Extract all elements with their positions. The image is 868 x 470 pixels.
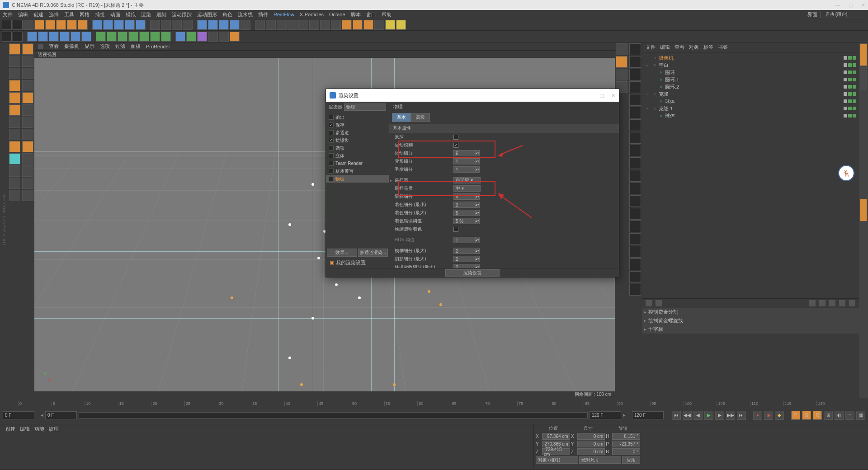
toolbar1-btn-17[interactable]: [172, 20, 182, 30]
toolbar1-btn-27[interactable]: [266, 20, 276, 30]
key-p-button[interactable]: P: [791, 411, 800, 420]
mat-slot-10[interactable]: [629, 170, 641, 182]
toolbar2-btn-18[interactable]: [175, 32, 185, 42]
toolbar1-btn-16[interactable]: [161, 20, 171, 30]
toolbar1-btn-38[interactable]: [385, 20, 395, 30]
nav-fwd-icon[interactable]: [819, 300, 826, 306]
left-tool-a-1[interactable]: [9, 56, 20, 67]
tab-layer[interactable]: [860, 67, 867, 89]
tab-basic[interactable]: 基本: [392, 113, 411, 122]
left-tool-a-10[interactable]: [9, 165, 20, 177]
lock-icon[interactable]: [656, 300, 662, 306]
mat-tab-创建[interactable]: 创建: [5, 426, 15, 432]
toolbar2-btn-7[interactable]: [71, 32, 80, 42]
key-param-button[interactable]: ⊞: [824, 411, 833, 420]
mat-slot-7[interactable]: [629, 132, 641, 144]
record-button[interactable]: ●: [753, 411, 762, 420]
side-btn-0[interactable]: [616, 43, 627, 55]
menu-脚本[interactable]: 脚本: [351, 11, 361, 18]
left-tool-b-8[interactable]: [22, 141, 33, 152]
toolbar2-btn-20[interactable]: [197, 32, 207, 42]
menu-角色[interactable]: 角色: [222, 11, 232, 18]
toolbar1-btn-30[interactable]: [298, 20, 308, 30]
toolbar2-btn-11[interactable]: [107, 32, 117, 42]
mat-slot-5[interactable]: [629, 107, 641, 118]
minimize-button[interactable]: —: [835, 2, 840, 8]
mat-slot-0[interactable]: [629, 43, 641, 55]
om-menu-文件[interactable]: 文件: [646, 44, 656, 51]
key-pla-button[interactable]: ◐: [835, 411, 844, 420]
coord-mode-2[interactable]: 绝对尺寸: [579, 456, 622, 464]
render-item-3[interactable]: 抗锯齿: [326, 136, 389, 144]
attr-section-2[interactable]: ▸十字标: [642, 325, 859, 334]
toolbar1-btn-28[interactable]: [277, 20, 287, 30]
toolbar1-btn-18[interactable]: [183, 20, 193, 30]
toolbar2-btn-3[interactable]: [27, 32, 37, 42]
render-item-5[interactable]: 立体: [326, 152, 389, 160]
render-item-2[interactable]: 多通道: [326, 129, 389, 136]
toolbar1-btn-7[interactable]: [78, 20, 88, 30]
om-menu-标签[interactable]: 标签: [703, 44, 713, 51]
menu-工具[interactable]: 工具: [64, 11, 74, 18]
toolbar1-btn-35[interactable]: [353, 20, 363, 30]
toolbar1-btn-13[interactable]: [136, 20, 146, 30]
dialog-minimize[interactable]: —: [587, 93, 592, 99]
toolbar2-btn-22[interactable]: [219, 32, 229, 42]
mat-slot-18[interactable]: [629, 271, 641, 283]
maximize-button[interactable]: ▢: [849, 2, 853, 8]
frame-start[interactable]: 0 F: [3, 411, 34, 419]
mat-slot-3[interactable]: [629, 81, 641, 93]
menu-模拟[interactable]: 模拟: [126, 11, 136, 18]
side-btn-1[interactable]: [616, 56, 627, 68]
render-item-1[interactable]: 保存: [326, 121, 389, 129]
left-tool-b-4[interactable]: [22, 92, 33, 103]
vp-menu-摄像机[interactable]: 摄像机: [64, 43, 79, 50]
tree-item-3[interactable]: ○圆环.1: [645, 76, 856, 83]
frame-current[interactable]: 0 F: [45, 411, 77, 419]
left-tool-b-3[interactable]: [22, 80, 33, 91]
toolbar2-btn-21[interactable]: [208, 32, 218, 42]
tree-item-5[interactable]: −○克隆: [645, 90, 856, 98]
render-item-0[interactable]: 输出: [326, 113, 389, 121]
left-tool-a-9[interactable]: [9, 153, 20, 164]
frame-end[interactable]: 120 F: [632, 411, 664, 419]
toolbar1-btn-29[interactable]: [288, 20, 297, 30]
mat-tab-功能[interactable]: 功能: [34, 426, 44, 432]
left-tool-b-6[interactable]: [22, 117, 33, 128]
menu-文件[interactable]: 文件: [3, 11, 13, 18]
left-tool-b-0[interactable]: [22, 43, 33, 55]
render-item-8[interactable]: 物理: [326, 175, 389, 183]
tree-item-0[interactable]: −○摄像机: [645, 54, 856, 61]
mat-slot-19[interactable]: [629, 284, 641, 296]
mat-slot-13[interactable]: [629, 208, 641, 220]
menu-插件[interactable]: 插件: [258, 11, 268, 18]
mat-slot-8[interactable]: [629, 145, 641, 156]
apply-button[interactable]: 应用: [622, 456, 640, 464]
toolbar1-btn-10[interactable]: [103, 20, 113, 30]
vp-menu-选项[interactable]: 选项: [100, 43, 110, 50]
attr-section-1[interactable]: ▸绘制黄金螺旋线: [642, 316, 859, 325]
timeline-slider[interactable]: [79, 412, 588, 418]
left-tool-a-7[interactable]: [9, 129, 20, 140]
multipass-button[interactable]: 多通道渲染...: [358, 249, 388, 257]
left-tool-a-6[interactable]: [9, 117, 20, 128]
left-tool-a-12[interactable]: [9, 190, 20, 201]
key-button[interactable]: ◆: [775, 411, 784, 420]
menu-网格[interactable]: 网格: [80, 11, 90, 18]
vp-menu-ProRender[interactable]: ProRender: [146, 44, 170, 49]
toolbar1-btn-2[interactable]: [24, 20, 33, 30]
toolbar1-btn-37[interactable]: [374, 20, 384, 30]
toolbar1-btn-0[interactable]: [2, 20, 12, 30]
left-tool-a-8[interactable]: [9, 141, 20, 152]
menu-编辑[interactable]: 编辑: [18, 11, 28, 18]
search-icon[interactable]: [839, 300, 845, 306]
autokey-button[interactable]: ◉: [764, 411, 773, 420]
mat-slot-17[interactable]: [629, 258, 641, 270]
mat-slot-16[interactable]: [629, 246, 641, 258]
my-render-settings[interactable]: ▣我的渲染设置: [326, 258, 389, 268]
menu-捕捉[interactable]: 捕捉: [95, 11, 105, 18]
toolbar1-btn-1[interactable]: [13, 20, 23, 30]
left-tool-a-3[interactable]: [9, 80, 20, 91]
mat-slot-12[interactable]: [629, 195, 641, 207]
key-s-button[interactable]: S: [802, 411, 811, 420]
